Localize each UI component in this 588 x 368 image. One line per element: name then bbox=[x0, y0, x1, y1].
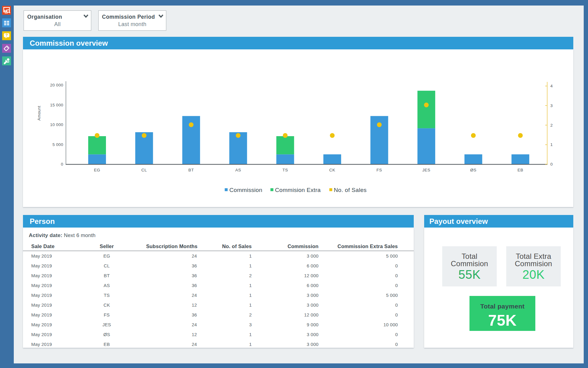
svg-text:Commission: Commission bbox=[229, 187, 262, 193]
svg-text:10 000: 10 000 bbox=[50, 122, 63, 127]
svg-text:Amount: Amount bbox=[37, 106, 41, 121]
svg-text:No. of Sales: No. of Sales bbox=[334, 187, 367, 193]
svg-text:CK: CK bbox=[329, 168, 335, 172]
svg-text:AS: AS bbox=[235, 168, 241, 172]
svg-text:BT: BT bbox=[188, 168, 194, 172]
svg-text:1: 1 bbox=[550, 142, 553, 147]
svg-text:CL: CL bbox=[141, 168, 147, 172]
svg-text:2: 2 bbox=[550, 123, 553, 128]
svg-text:5 000: 5 000 bbox=[52, 142, 63, 147]
svg-text:0: 0 bbox=[61, 162, 63, 167]
svg-text:4: 4 bbox=[550, 84, 553, 88]
svg-text:0: 0 bbox=[550, 162, 553, 167]
svg-text:ØS: ØS bbox=[470, 168, 477, 172]
svg-text:EB: EB bbox=[518, 168, 523, 172]
svg-text:?: ? bbox=[5, 33, 8, 37]
svg-text:15 000: 15 000 bbox=[50, 103, 63, 107]
svg-text:Commision Extra: Commision Extra bbox=[275, 187, 321, 193]
svg-text:EG: EG bbox=[94, 168, 100, 172]
svg-text:20 000: 20 000 bbox=[50, 83, 63, 87]
svg-text:TS: TS bbox=[282, 168, 288, 172]
svg-text:JES: JES bbox=[422, 168, 430, 172]
svg-text:FS: FS bbox=[376, 168, 382, 172]
svg-text:3: 3 bbox=[550, 103, 553, 108]
